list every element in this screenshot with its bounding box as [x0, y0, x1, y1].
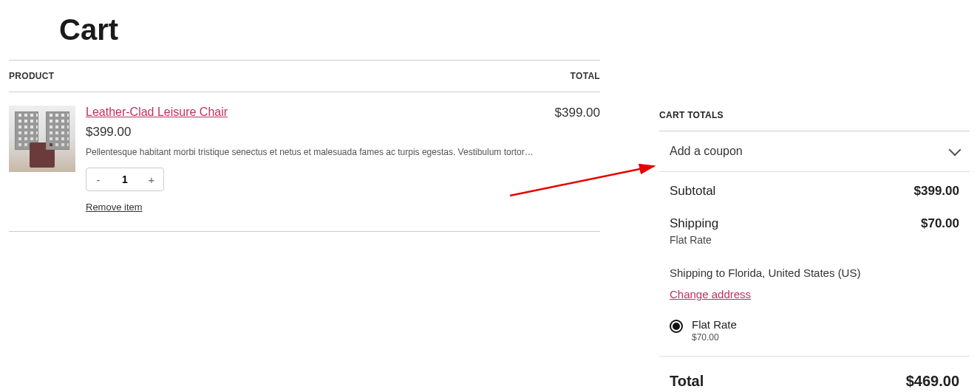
total-value: $469.00 [906, 373, 959, 390]
shipping-destination: Shipping to Florida, United States (US) [659, 256, 970, 283]
subtotal-value: $399.00 [914, 184, 959, 199]
col-product: PRODUCT [9, 71, 54, 81]
qty-minus-button[interactable]: - [86, 168, 110, 190]
cart-row: Leather-Clad Leisure Chair $399.00 Pelle… [9, 92, 600, 231]
product-link[interactable]: Leather-Clad Leisure Chair [86, 106, 228, 118]
shipping-row: Shipping $70.00 [659, 202, 970, 234]
product-thumbnail[interactable] [9, 106, 75, 172]
subtotal-label: Subtotal [670, 184, 715, 199]
cart-table-header: PRODUCT TOTAL [9, 61, 600, 92]
item-info: Leather-Clad Leisure Chair $399.00 Pelle… [75, 106, 541, 213]
shipping-option[interactable]: Flat Rate $70.00 [659, 312, 970, 357]
shipping-value: $70.00 [921, 216, 959, 231]
sidebar-title: CART TOTALS [659, 110, 970, 131]
product-description: Pellentesque habitant morbi tristique se… [86, 147, 541, 157]
quantity-stepper[interactable]: - + [86, 168, 164, 191]
qty-input[interactable] [110, 173, 140, 185]
grand-total-row: Total $469.00 [659, 357, 970, 392]
shipping-option-price: $70.00 [692, 332, 737, 343]
shipping-option-label: Flat Rate [692, 318, 737, 331]
cart-table: PRODUCT TOTAL Leather-Clad Leisure Chair… [9, 60, 600, 232]
shipping-method-note: Flat Rate [659, 234, 970, 256]
unit-price: $399.00 [86, 125, 541, 140]
shipping-label: Shipping [670, 216, 718, 231]
qty-plus-button[interactable]: + [140, 168, 163, 190]
cart-totals-sidebar: CART TOTALS Add a coupon Subtotal $399.0… [659, 60, 970, 392]
cart-main: PRODUCT TOTAL Leather-Clad Leisure Chair… [9, 60, 600, 392]
line-total: $399.00 [541, 106, 600, 213]
col-total: TOTAL [571, 71, 600, 81]
radio-selected-icon [670, 320, 683, 333]
change-address-link[interactable]: Change address [670, 288, 751, 300]
page-title: Cart [59, 13, 980, 47]
add-coupon-toggle[interactable]: Add a coupon [659, 131, 970, 172]
subtotal-row: Subtotal $399.00 [659, 172, 970, 202]
total-label: Total [670, 373, 704, 390]
cart-layout: PRODUCT TOTAL Leather-Clad Leisure Chair… [0, 60, 980, 392]
coupon-label: Add a coupon [670, 145, 743, 158]
remove-item-link[interactable]: Remove item [86, 202, 143, 213]
chevron-down-icon [949, 144, 962, 157]
